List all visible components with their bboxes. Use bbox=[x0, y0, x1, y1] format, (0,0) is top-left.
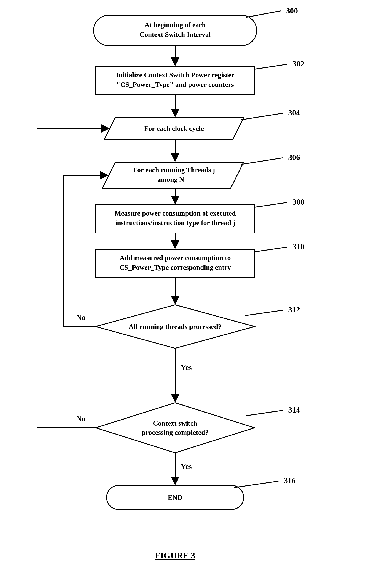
node-302-line1: Initialize Context Switch Power register bbox=[116, 71, 234, 79]
node-304-loop: For each clock cycle bbox=[105, 118, 244, 139]
label-304: 304 bbox=[288, 109, 300, 117]
leader-312 bbox=[245, 310, 283, 316]
leader-310 bbox=[255, 247, 287, 252]
node-312-decision: All running threads processed? bbox=[96, 305, 255, 348]
node-314-decision: Context switch processing completed? bbox=[96, 403, 255, 453]
leader-314 bbox=[246, 410, 283, 416]
node-310-line1: Add measured power consumption to bbox=[120, 254, 231, 262]
label-310: 310 bbox=[293, 242, 304, 251]
label-312-yes: Yes bbox=[181, 363, 192, 372]
node-308-line2: instructions/instruction type for thread… bbox=[115, 219, 235, 227]
label-314: 314 bbox=[288, 405, 300, 414]
leader-306 bbox=[241, 158, 283, 164]
leader-300 bbox=[246, 11, 281, 17]
node-302-line2: "CS_Power_Type" and power counters bbox=[116, 81, 234, 88]
node-314-line2: processing completed? bbox=[141, 429, 209, 436]
flowchart-canvas: At beginning of each Context Switch Inte… bbox=[0, 0, 377, 588]
label-314-yes: Yes bbox=[181, 462, 192, 471]
label-302: 302 bbox=[293, 60, 304, 68]
node-304-line1: For each clock cycle bbox=[144, 124, 204, 132]
label-300: 300 bbox=[286, 7, 298, 15]
node-306-loop: For each running Threads j among N bbox=[102, 162, 244, 188]
edge-314-no bbox=[37, 128, 109, 428]
node-306-line1: For each running Threads j bbox=[133, 166, 215, 174]
node-end-terminator: END bbox=[106, 485, 244, 509]
node-start-line1: At beginning of each bbox=[144, 21, 206, 29]
node-306-line2: among N bbox=[157, 175, 184, 183]
label-314-no: No bbox=[76, 414, 86, 423]
leader-316 bbox=[234, 481, 278, 488]
label-308: 308 bbox=[293, 198, 304, 206]
node-310-process: Add measured power consumption to CS_Pow… bbox=[96, 249, 255, 278]
label-312: 312 bbox=[288, 306, 300, 314]
node-314-line1: Context switch bbox=[153, 419, 197, 427]
leader-308 bbox=[255, 202, 287, 207]
node-302-process: Initialize Context Switch Power register… bbox=[96, 66, 255, 95]
figure-caption: FIGURE 3 bbox=[155, 551, 195, 560]
label-306: 306 bbox=[288, 153, 300, 162]
node-start-terminator: At beginning of each Context Switch Inte… bbox=[94, 15, 257, 46]
node-end-line1: END bbox=[168, 493, 183, 501]
label-312-no: No bbox=[76, 313, 86, 322]
label-316: 316 bbox=[284, 476, 296, 485]
node-310-line2: CS_Power_Type corresponding entry bbox=[119, 263, 231, 271]
node-308-process: Measure power consumption of executed in… bbox=[96, 205, 255, 233]
leader-302 bbox=[255, 64, 287, 69]
node-308-line1: Measure power consumption of executed bbox=[115, 209, 236, 217]
leader-304 bbox=[241, 113, 283, 120]
node-start-line2: Context Switch Interval bbox=[140, 30, 211, 38]
node-312-line1: All running threads processed? bbox=[129, 323, 222, 331]
svg-marker-7 bbox=[96, 403, 255, 453]
